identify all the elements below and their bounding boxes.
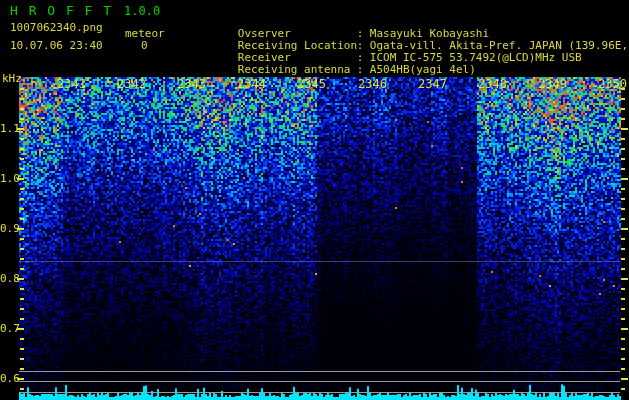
hrofft-screen: H R O F F T 1.0.0 1007062340.png meteor … bbox=[0, 0, 629, 400]
spectrogram-canvas bbox=[0, 0, 629, 400]
